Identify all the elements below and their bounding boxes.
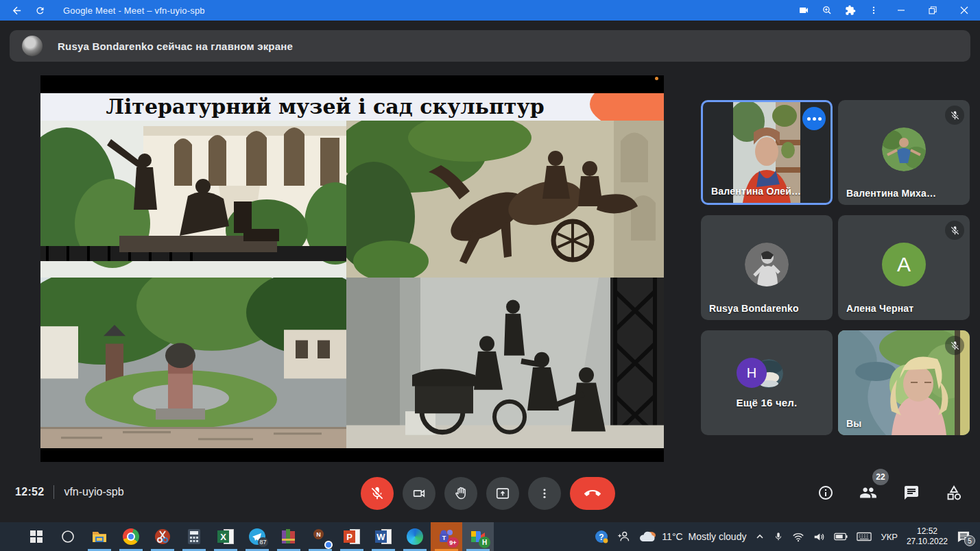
- tile-more-options-button[interactable]: [802, 107, 826, 130]
- microphone-tray-icon[interactable]: [774, 531, 783, 542]
- slide-corner-dot: [655, 77, 658, 80]
- mic-toggle-button[interactable]: [361, 477, 394, 510]
- participant-name: Валентина Миха…: [846, 188, 936, 199]
- avatar-letter: Н: [737, 358, 767, 388]
- maximize-button[interactable]: [917, 0, 948, 21]
- participant-tile-valentina-oley[interactable]: Валентина Олей…: [701, 100, 833, 205]
- telegram-button[interactable]: 87: [241, 522, 273, 551]
- mic-off-icon: [945, 336, 964, 355]
- divider: [53, 485, 54, 499]
- slide-photo-carriage-sculpture: [346, 278, 664, 448]
- slide-photo-statues-building: [40, 121, 346, 278]
- present-screen-button[interactable]: [486, 477, 519, 510]
- participant-tile-valentina-mikha[interactable]: Валентина Миха…: [838, 100, 970, 205]
- raise-hand-button[interactable]: [444, 477, 477, 510]
- teams-badge: 9+: [447, 537, 459, 548]
- browser-titlebar: Google Meet - Meet – vfn-uyio-spb: [0, 0, 980, 21]
- slide-title: Літературний музей і сад скульптур: [40, 93, 610, 121]
- back-icon[interactable]: [11, 5, 23, 16]
- action-center-icon[interactable]: 5: [957, 530, 970, 543]
- weather-desc: Mostly cloudy: [689, 531, 747, 542]
- chrome-button[interactable]: [115, 522, 147, 551]
- chrome-profile-button[interactable]: N: [304, 522, 336, 551]
- extensions-icon[interactable]: [839, 0, 862, 21]
- close-button[interactable]: [948, 0, 980, 21]
- chat-panel-icon[interactable]: [903, 485, 920, 501]
- language-indicator[interactable]: УКР: [881, 532, 898, 542]
- cortana-search-button[interactable]: [52, 522, 84, 551]
- avatar-letter: A: [882, 243, 926, 286]
- participant-tile-rusya[interactable]: Rusya Bondarenko: [701, 215, 833, 320]
- action-center-badge: 5: [964, 535, 975, 546]
- participant-name: Алена Чернат: [846, 303, 913, 314]
- volume-tray-icon[interactable]: [813, 532, 825, 542]
- participant-name: Вы: [846, 418, 861, 429]
- meeting-clock: 12:52: [15, 486, 44, 498]
- touch-keyboard-tray-icon[interactable]: [857, 532, 872, 541]
- presenter-notification: Rusya Bondarenko сейчас на главном экран…: [10, 30, 970, 62]
- excel-button[interactable]: X: [210, 522, 241, 551]
- refresh-icon[interactable]: [35, 5, 45, 16]
- help-tray-icon[interactable]: ?: [595, 530, 608, 543]
- windows-taskbar: X 87 N P W T 9+ H ?: [0, 522, 980, 551]
- winrar-button[interactable]: [273, 522, 304, 551]
- powerpoint-button[interactable]: P: [336, 522, 368, 551]
- file-explorer-button[interactable]: [84, 522, 115, 551]
- window-title: Google Meet - Meet – vfn-uyio-spb: [63, 5, 205, 16]
- telegram-badge: 87: [258, 537, 268, 547]
- more-options-button[interactable]: [528, 477, 561, 510]
- slide-photo-chariot-sculpture: [346, 121, 664, 278]
- zoom-page-icon[interactable]: [815, 0, 839, 21]
- tray-time: 12:52: [907, 526, 948, 537]
- end-call-button[interactable]: [570, 477, 615, 510]
- minimize-button[interactable]: [885, 0, 917, 21]
- avatar: [22, 36, 43, 56]
- tray-clock[interactable]: 12:52 27.10.2022: [907, 526, 948, 547]
- svg-text:?: ?: [599, 532, 604, 542]
- mic-off-icon: [945, 106, 964, 125]
- camera-toggle-button[interactable]: [403, 477, 435, 510]
- teams-letter: T: [442, 535, 446, 541]
- tray-date: 27.10.2022: [907, 537, 948, 547]
- browser-menu-icon[interactable]: [862, 0, 885, 21]
- participant-name: Валентина Олей…: [711, 186, 801, 197]
- participant-count-badge: 22: [872, 469, 889, 485]
- word-button[interactable]: W: [368, 522, 399, 551]
- teams-button[interactable]: T 9+: [431, 522, 462, 551]
- participant-name: Rusya Bondarenko: [709, 303, 799, 314]
- overflow-count-label: Ещё 16 чел.: [701, 397, 833, 408]
- meet-badge: H: [479, 537, 490, 548]
- calculator-button[interactable]: [178, 522, 210, 551]
- edge-button[interactable]: [399, 522, 431, 551]
- meeting-details-icon[interactable]: [817, 485, 834, 501]
- meeting-code: vfn-uyio-spb: [64, 486, 123, 498]
- battery-tray-icon[interactable]: [834, 532, 848, 541]
- participants-panel-icon[interactable]: [859, 484, 877, 502]
- tab-camera-in-use-icon[interactable]: [792, 0, 815, 21]
- google-meet-button[interactable]: H: [462, 522, 494, 551]
- participant-tile-you[interactable]: Вы: [838, 330, 970, 435]
- chrome-profile-badge: N: [313, 529, 324, 539]
- start-button[interactable]: [21, 522, 52, 551]
- meeting-info: 12:52 vfn-uyio-spb: [15, 485, 124, 499]
- notification-text: Rusya Bondarenko сейчас на главном экран…: [58, 40, 293, 52]
- avatar: [882, 127, 926, 171]
- slide-title-band: Літературний музей і сад скульптур: [40, 93, 664, 121]
- weather-widget[interactable]: 11°C Mostly cloudy: [638, 530, 746, 543]
- shared-screen-slide: Літературний музей і сад скульптур: [40, 75, 664, 462]
- mic-off-icon: [945, 221, 964, 240]
- tray-expand-chevron[interactable]: [755, 532, 765, 541]
- participant-tile-overflow[interactable]: Н Ещё 16 чел.: [701, 330, 833, 435]
- snipping-tool-button[interactable]: [147, 522, 178, 551]
- weather-temp: 11°C: [662, 531, 682, 542]
- activities-icon[interactable]: [945, 484, 963, 502]
- avatar: [745, 243, 789, 286]
- wifi-tray-icon[interactable]: [792, 532, 804, 542]
- slide-photo-garden-courtyard: [40, 278, 346, 448]
- participant-tile-alena[interactable]: A Алена Чернат: [838, 215, 970, 320]
- people-tray-icon[interactable]: [617, 530, 630, 543]
